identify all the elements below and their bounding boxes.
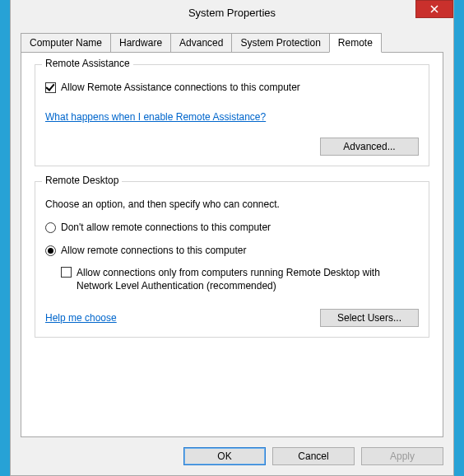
link-remote-assistance-help[interactable]: What happens when I enable Remote Assist… — [45, 111, 266, 123]
label-allow-remote: Allow remote connections to this compute… — [61, 245, 246, 256]
group-remote-desktop: Remote Desktop Choose an option, and the… — [35, 181, 429, 338]
radio-disallow-remote[interactable] — [45, 222, 56, 233]
dialog-footer: OK Cancel Apply — [11, 437, 453, 475]
checkbox-nla-only[interactable] — [61, 267, 72, 278]
legend-remote-desktop: Remote Desktop — [42, 175, 122, 186]
group-remote-assistance: Remote Assistance Allow Remote Assistanc… — [35, 64, 429, 166]
system-properties-window: System Properties Computer Name Hardware… — [10, 0, 454, 476]
apply-button[interactable]: Apply — [361, 447, 443, 465]
tabstrip: Computer Name Hardware Advanced System P… — [21, 33, 443, 53]
tab-hardware[interactable]: Hardware — [110, 33, 171, 53]
tab-computer-name[interactable]: Computer Name — [21, 33, 111, 53]
close-button[interactable] — [415, 0, 453, 18]
ok-button[interactable]: OK — [183, 447, 266, 465]
remote-desktop-intro: Choose an option, and then specify who c… — [45, 198, 419, 210]
tab-system-protection[interactable]: System Protection — [231, 33, 329, 53]
tab-panel-remote: Remote Assistance Allow Remote Assistanc… — [21, 52, 443, 437]
tab-remote[interactable]: Remote — [329, 33, 382, 53]
radio-allow-remote[interactable] — [45, 245, 56, 256]
label-nla-only: Allow connections only from computers ru… — [77, 266, 419, 292]
titlebar: System Properties — [11, 0, 453, 25]
window-title: System Properties — [188, 7, 276, 19]
label-allow-remote-assistance: Allow Remote Assistance connections to t… — [61, 82, 300, 93]
close-icon — [430, 5, 438, 13]
checkbox-allow-remote-assistance[interactable] — [45, 82, 56, 93]
select-users-button[interactable]: Select Users... — [320, 309, 419, 327]
label-disallow-remote: Don't allow remote connections to this c… — [61, 222, 271, 233]
tab-advanced[interactable]: Advanced — [170, 33, 232, 53]
advanced-button[interactable]: Advanced... — [320, 138, 419, 156]
legend-remote-assistance: Remote Assistance — [42, 58, 133, 69]
cancel-button[interactable]: Cancel — [272, 447, 355, 465]
dialog-body: Computer Name Hardware Advanced System P… — [11, 25, 453, 437]
link-help-me-choose[interactable]: Help me choose — [45, 312, 117, 324]
